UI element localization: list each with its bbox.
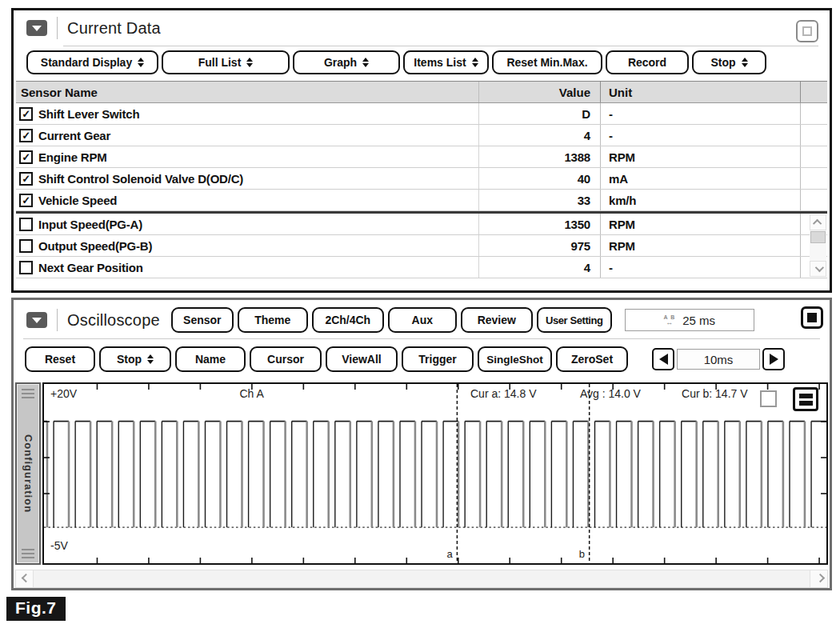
table-row[interactable]: Input Speed(PG-A) 1350 RPM bbox=[16, 214, 827, 235]
run-state-select[interactable]: Stop bbox=[99, 346, 171, 372]
scroll-down-button[interactable] bbox=[810, 261, 826, 277]
reset-button[interactable]: Reset bbox=[25, 346, 95, 372]
figure-canvas: Current Data Standard Display Full List … bbox=[0, 0, 840, 624]
sensor-name: Current Gear bbox=[38, 129, 110, 142]
cursor-b-marker[interactable]: b bbox=[579, 548, 585, 560]
vertical-scrollbar[interactable] bbox=[810, 214, 826, 277]
items-list-select[interactable]: Items List bbox=[403, 50, 489, 74]
table-row[interactable]: ✓ Current Gear 4 - bbox=[16, 125, 827, 146]
sensor-name: Input Speed(PG-A) bbox=[38, 218, 142, 231]
ab-time-value: 25 ms bbox=[682, 314, 715, 327]
table-header: Sensor Name Value Unit bbox=[16, 82, 827, 103]
triangle-left-icon bbox=[659, 354, 668, 365]
sensor-unit: km/h bbox=[600, 190, 800, 210]
aux-button[interactable]: Aux bbox=[388, 307, 457, 333]
view-all-button[interactable]: ViewAll bbox=[326, 346, 398, 372]
scope-checkbox[interactable] bbox=[760, 390, 777, 407]
table-row[interactable]: Output Speed(PG-B) 975 RPM bbox=[16, 235, 827, 257]
sensor-value: 1350 bbox=[478, 214, 600, 234]
header-sensor-name: Sensor Name bbox=[16, 86, 478, 99]
filled-square-icon bbox=[807, 313, 817, 322]
sensor-value: D bbox=[478, 103, 600, 124]
timebase-readout: 10ms bbox=[677, 349, 760, 370]
channels-button[interactable]: 2Ch/4Ch bbox=[312, 307, 384, 333]
table-row[interactable]: ✓ Engine RPM 1388 RPM bbox=[16, 146, 827, 168]
table-row[interactable]: Next Gear Position 4 - bbox=[16, 257, 827, 278]
sensor-value: 1388 bbox=[478, 146, 600, 167]
zero-set-button[interactable]: ZeroSet bbox=[556, 346, 628, 372]
row-checkbox[interactable]: ✓ bbox=[19, 107, 33, 121]
sensor-name-cell: Next Gear Position bbox=[16, 261, 478, 274]
record-button[interactable]: Record bbox=[606, 50, 689, 74]
row-checkbox[interactable] bbox=[19, 261, 33, 274]
current-data-titlebar: Current Data bbox=[14, 10, 830, 46]
display-mode-select[interactable]: Standard Display bbox=[26, 50, 158, 74]
review-button[interactable]: Review bbox=[461, 307, 533, 333]
row-checkbox[interactable]: ✓ bbox=[19, 172, 33, 186]
cursor-b-readout: Cur b: 14.7 V bbox=[682, 387, 748, 400]
view-mode-select[interactable]: Graph bbox=[293, 50, 400, 74]
cursor-a-marker[interactable]: a bbox=[446, 548, 452, 560]
row-checkbox[interactable] bbox=[19, 218, 33, 231]
avg-readout: Avg : 14.0 V bbox=[580, 387, 641, 400]
row-gutter bbox=[800, 103, 827, 124]
scroll-right-button[interactable] bbox=[810, 570, 827, 587]
sensor-name: Vehicle Speed bbox=[38, 194, 117, 207]
horizontal-scrollbar[interactable] bbox=[15, 570, 828, 588]
v-max-label: +20V bbox=[50, 387, 77, 400]
theme-button[interactable]: Theme bbox=[238, 307, 308, 333]
scroll-thumb[interactable] bbox=[810, 231, 826, 243]
figure-label: Fig.7 bbox=[6, 597, 66, 621]
scroll-left-button[interactable] bbox=[16, 570, 34, 587]
table-row[interactable]: ✓ Shift Control Solenoid Valve D(OD/C) 4… bbox=[16, 168, 827, 190]
sensor-name-cell: ✓ Current Gear bbox=[16, 129, 478, 142]
sensor-name-cell: Output Speed(PG-B) bbox=[16, 239, 478, 253]
table-row[interactable]: ✓ Shift Lever Switch D - bbox=[16, 103, 827, 125]
row-checkbox[interactable]: ✓ bbox=[19, 129, 33, 142]
timebase-decrease-button[interactable] bbox=[652, 348, 674, 370]
list-mode-select[interactable]: Full List bbox=[162, 50, 290, 74]
cursor-button[interactable]: Cursor bbox=[250, 346, 322, 372]
trigger-button[interactable]: Trigger bbox=[402, 346, 474, 372]
ab-time-readout: A B ↔ 25 ms bbox=[625, 309, 754, 331]
sensor-value: 4 bbox=[478, 257, 600, 278]
timebase-increase-button[interactable] bbox=[762, 348, 785, 370]
sensor-name-cell: ✓ Shift Control Solenoid Valve D(OD/C) bbox=[16, 172, 478, 186]
sensor-button[interactable]: Sensor bbox=[171, 307, 234, 333]
bars-icon bbox=[799, 401, 813, 406]
run-state-select[interactable]: Stop bbox=[692, 50, 766, 74]
oscilloscope-panel: Oscilloscope Sensor Theme 2Ch/4Ch Aux Re… bbox=[11, 298, 832, 590]
chevron-right-icon bbox=[815, 573, 824, 582]
header-unit: Unit bbox=[600, 82, 800, 102]
sensor-table: Sensor Name Value Unit ✓ Shift Lever Swi… bbox=[16, 81, 827, 278]
row-checkbox[interactable]: ✓ bbox=[19, 194, 33, 207]
scroll-up-button[interactable] bbox=[810, 214, 826, 230]
sensor-value: 40 bbox=[478, 168, 600, 189]
scope-display[interactable]: +20V Ch A Cur a: 14.8 V Avg : 14.0 V Cur… bbox=[42, 382, 828, 565]
collapse-button[interactable] bbox=[26, 20, 47, 36]
window-restore-button[interactable] bbox=[796, 20, 818, 42]
row-checkbox[interactable]: ✓ bbox=[19, 150, 33, 164]
user-setting-button[interactable]: User Setting bbox=[537, 307, 612, 333]
sensor-name: Next Gear Position bbox=[38, 261, 143, 274]
sensor-value: 975 bbox=[478, 235, 600, 256]
sensor-value: 33 bbox=[478, 190, 600, 210]
name-button[interactable]: Name bbox=[175, 346, 246, 372]
ab-cursor-time-icon: A B ↔ bbox=[663, 314, 675, 326]
collapse-button[interactable] bbox=[26, 312, 47, 328]
sensor-unit: RPM bbox=[600, 214, 800, 234]
configuration-tab[interactable]: Configuration bbox=[15, 382, 41, 565]
row-gutter bbox=[800, 125, 827, 146]
sensor-unit: - bbox=[600, 125, 800, 146]
timebase-group: 10ms bbox=[652, 348, 785, 370]
reset-minmax-button[interactable]: Reset Min.Max. bbox=[492, 50, 602, 74]
row-checkbox[interactable] bbox=[19, 239, 33, 253]
single-shot-button[interactable]: SingleShot bbox=[478, 346, 552, 372]
table-row[interactable]: ✓ Vehicle Speed 33 km/h bbox=[16, 190, 827, 211]
sensor-value: 4 bbox=[478, 125, 600, 146]
v-min-label: -5V bbox=[50, 539, 68, 552]
page-title: Current Data bbox=[67, 19, 161, 38]
display-mode-icon-button[interactable] bbox=[793, 387, 818, 411]
oscilloscope-toolbar-1: Sensor Theme 2Ch/4Ch Aux Review User Set… bbox=[171, 307, 612, 333]
window-toggle-button[interactable] bbox=[801, 306, 823, 329]
